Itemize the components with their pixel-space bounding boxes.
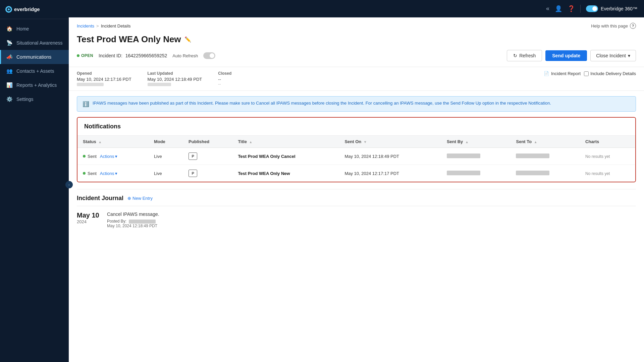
status-dot	[77, 54, 79, 57]
sent-dot	[83, 155, 86, 158]
megaphone-icon: 📣	[6, 54, 12, 60]
sidebar-item-situational-awareness[interactable]: 📡 Situational Awareness	[0, 36, 69, 50]
row2-published: P	[183, 165, 232, 182]
breadcrumb: Incidents > Incident Details	[77, 23, 131, 28]
topbar-brand-label: Everbridge 360™	[601, 6, 637, 11]
svg-point-2	[8, 8, 10, 10]
info-icon: ℹ️	[83, 101, 89, 107]
published-badge: P	[189, 170, 197, 177]
home-icon: 🏠	[6, 26, 12, 32]
chevron-down-icon: ▾	[628, 53, 630, 58]
closed-value: --	[218, 77, 231, 82]
refresh-icon: ↻	[513, 53, 517, 58]
info-banner-text: IPAWS messages have been published as pa…	[93, 101, 551, 106]
sidebar-item-contacts-assets[interactable]: 👥 Contacts + Assets	[0, 64, 69, 78]
topbar-divider	[580, 5, 581, 13]
row1-sent-to	[511, 148, 580, 165]
incident-details-row: Opened May 10, 2024 12:17:16 PDT Last Up…	[69, 67, 644, 91]
incident-title-row: Test Prod WEA Only New ✏️	[77, 34, 636, 45]
incident-report-button[interactable]: 📄 Incident Report	[544, 71, 581, 76]
journal-section: Incident Journal ⊕ New Entry May 10 2024…	[69, 189, 644, 242]
include-delivery-group: Include Delivery Details	[584, 71, 636, 76]
breadcrumb-separator: >	[96, 23, 99, 28]
incident-report-group: 📄 Incident Report Include Delivery Detai…	[544, 71, 636, 76]
sent-dot	[83, 172, 86, 175]
auto-refresh-toggle[interactable]	[203, 52, 215, 59]
send-update-button[interactable]: Send update	[545, 50, 587, 61]
new-entry-button[interactable]: ⊕ New Entry	[127, 196, 153, 201]
row2-charts: No results yet	[580, 165, 635, 182]
col-mode: Mode	[149, 136, 183, 148]
journal-message: Cancel IPAWS message.	[107, 212, 159, 217]
close-incident-button[interactable]: Close Incident ▾	[590, 50, 636, 61]
incident-id: Incident ID: 1642259665659252	[99, 53, 167, 58]
table-header-row: Status ▲ Mode Published Title ▲	[77, 136, 635, 148]
row2-title: Test Prod WEA Only New	[232, 165, 339, 182]
col-charts: Charts	[580, 136, 635, 148]
back-icon[interactable]: «	[546, 5, 549, 12]
report-icon: 📄	[544, 71, 549, 76]
published-badge: P	[189, 153, 197, 160]
sort-icon: ▲	[465, 140, 469, 144]
help-question-icon: ?	[630, 23, 636, 29]
sidebar-logo: everbridge	[0, 0, 69, 19]
chevron-down-icon: ▾	[115, 154, 117, 159]
last-updated-sub	[148, 83, 171, 86]
row1-mode: Live	[149, 148, 183, 165]
chart-icon: 📊	[6, 82, 12, 88]
sidebar-item-settings[interactable]: ⚙️ Settings	[0, 92, 69, 106]
posted-by-blurred	[129, 220, 156, 224]
sidebar-item-label: Communications	[16, 54, 51, 60]
row2-status: Sent Actions ▾	[77, 165, 149, 182]
breadcrumb-current: Incident Details	[101, 23, 131, 28]
refresh-button[interactable]: ↻ Refresh	[507, 50, 542, 61]
auto-refresh-label: Auto Refresh	[172, 53, 198, 58]
row2-sent-on: May 10, 2024 12:17:17 PDT	[339, 165, 441, 182]
table-row: Sent Actions ▾ Live P T	[77, 148, 635, 165]
everbridge360-toggle[interactable]	[586, 5, 598, 12]
col-sent-to: Sent To ▲	[511, 136, 580, 148]
row1-sent-by	[441, 148, 511, 165]
closed-sub: --	[218, 82, 231, 86]
col-status: Status ▲	[77, 136, 149, 148]
breadcrumb-incidents-link[interactable]: Incidents	[77, 23, 94, 28]
sort-icon: ▲	[534, 140, 537, 144]
sidebar-item-home[interactable]: 🏠 Home	[0, 22, 69, 36]
journal-title: Incident Journal	[77, 195, 123, 202]
include-delivery-checkbox[interactable]	[584, 71, 589, 76]
incident-meta: OPEN Incident ID: 1642259665659252 Auto …	[77, 50, 636, 61]
closed-detail: Closed -- --	[218, 71, 231, 86]
gear-icon: ⚙️	[6, 96, 12, 102]
journal-posted-date: May 10, 2024 12:18:49 PDT	[107, 224, 159, 228]
sidebar-item-reports-analytics[interactable]: 📊 Reports + Analytics	[0, 78, 69, 92]
radar-icon: 📡	[6, 40, 12, 46]
table-row: Sent Actions ▾ Live P T	[77, 165, 635, 182]
col-sent-on: Sent On ▼	[339, 136, 441, 148]
journal-header: Incident Journal ⊕ New Entry	[77, 189, 636, 202]
last-updated-detail: Last Updated May 10, 2024 12:18:49 PDT	[148, 71, 202, 86]
notifications-table: Status ▲ Mode Published Title ▲	[77, 136, 635, 182]
edit-icon[interactable]: ✏️	[184, 36, 191, 43]
svg-text:everbridge: everbridge	[14, 6, 40, 12]
contacts-icon: 👥	[6, 68, 12, 74]
user-icon[interactable]: 👤	[555, 5, 562, 12]
help-link-text: Help with this page	[591, 23, 628, 28]
plus-icon: ⊕	[127, 196, 131, 201]
sidebar-item-label: Situational Awareness	[16, 40, 63, 46]
incident-header: Test Prod WEA Only New ✏️ OPEN Incident …	[69, 32, 644, 67]
closed-label: Closed	[218, 71, 231, 76]
topbar-toggle-group: Everbridge 360™	[586, 5, 637, 12]
help-circle-icon[interactable]: ❓	[568, 5, 575, 12]
help-link[interactable]: Help with this page ?	[591, 23, 636, 29]
sidebar-collapse-button[interactable]: ‹	[65, 181, 73, 188]
col-sent-by: Sent By ▲	[441, 136, 511, 148]
opened-value: May 10, 2024 12:17:16 PDT	[77, 77, 131, 82]
actions-button-row2[interactable]: Actions ▾	[100, 171, 118, 176]
incident-title: Test Prod WEA Only New	[77, 34, 181, 45]
sidebar-item-communications[interactable]: 📣 Communications	[0, 50, 69, 64]
actions-button-row1[interactable]: Actions ▾	[100, 154, 118, 159]
meta-actions: ↻ Refresh Send update Close Incident ▾	[507, 50, 636, 61]
sort-icon: ▲	[98, 140, 102, 144]
sidebar-item-label: Home	[16, 26, 29, 32]
row2-sent-to	[511, 165, 580, 182]
